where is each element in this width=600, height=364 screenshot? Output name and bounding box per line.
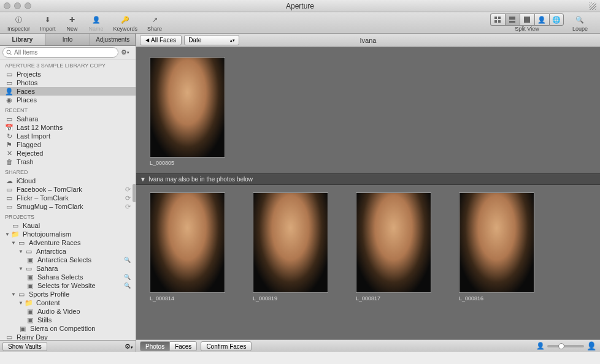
gear-icon: ⚙ [125,343,131,350]
item-label: Places [17,96,37,104]
keywords-icon: 🔑 [118,13,132,26]
name-icon: 👤 [90,13,103,26]
sidebar-item-flickr-tomclark[interactable]: ▭Flickr – TomClark⟳ [0,194,136,202]
sidebar-scrollbar[interactable] [133,184,136,202]
sidebar-item-kauai[interactable]: ▭Kauai [0,221,136,230]
sidebar-item-projects[interactable]: ▭Projects [0,70,136,78]
sidebar-item-sports-profile[interactable]: ▼▭Sports Profile [0,290,136,298]
photo-thumbnail[interactable]: L_000819 [253,192,328,301]
item-icon: ◉ [5,96,13,104]
photos-segment-button[interactable]: Photos [140,341,169,351]
sidebar-item-selects-for-website[interactable]: ▣Selects for Website🔍 [0,281,136,290]
sidebar-item-adventure-races[interactable]: ▼▭Adventure Races [0,238,136,247]
inspector-button[interactable]: ⓘInspector [5,13,33,32]
sidebar-item-smugmug-tomclark[interactable]: ▭SmugMug – TomClark⟳ [0,202,136,211]
sidebar-item-sahara-selects[interactable]: ▣Sahara Selects🔍 [0,273,136,281]
smart-album-icon: 🔍 [124,257,131,263]
keywords-button[interactable]: 🔑Keywords [111,13,140,32]
item-label: SmugMug – TomClark [17,203,83,210]
item-label: Audio & Video [37,308,80,315]
sidebar-item-last-import[interactable]: ↻Last Import [0,132,136,140]
sidebar-item-sahara[interactable]: ▭Sahara [0,115,136,123]
item-icon: ↻ [5,132,13,140]
share-label: Share [147,26,162,32]
svg-rect-1 [498,17,501,19]
viewer-button[interactable] [520,13,534,26]
sidebar-item-flagged[interactable]: ⚑Flagged [0,140,136,149]
split-view-button[interactable] [505,13,520,26]
new-button[interactable]: ✚New [63,13,82,32]
sidebar-item-icloud[interactable]: ☁iCloud [0,176,136,185]
sidebar-item-faces[interactable]: 👤Faces [0,87,136,96]
sidebar-item-sahara[interactable]: ▼▭Sahara [0,264,136,273]
thumbnail-image [150,192,225,293]
tab-adjustments[interactable]: Adjustments [90,34,136,45]
back-all-faces-button[interactable]: ◀ All Faces [140,35,182,45]
sidebar-item-audio-video[interactable]: ▣Audio & Video [0,307,136,316]
thumbnail-image [356,192,431,293]
sidebar-item-rainy-day[interactable]: ▭Rainy Day [0,333,136,340]
sidebar-item-content[interactable]: ▼📁Content [0,298,136,307]
photo-thumbnail[interactable]: L_000805 [150,57,225,166]
disclosure-triangle-icon[interactable]: ▼ [18,266,25,271]
item-label: Rainy Day [17,333,48,340]
sidebar-item-antarctica[interactable]: ▼▭Antarctica [0,247,136,256]
faces-segment-button[interactable]: Faces [169,341,197,351]
sidebar-item-antarctica-selects[interactable]: ▣Antarctica Selects🔍 [0,256,136,264]
show-vaults-button[interactable]: Show Vaults [2,342,47,351]
import-button[interactable]: ⬇Import [37,13,58,32]
sort-select[interactable]: Date ▴▾ [184,35,239,45]
sidebar-action-button[interactable]: ⚙▾ [125,343,133,351]
small-thumb-icon: 👤 [536,342,545,350]
item-icon: ▭ [25,248,33,255]
sidebar-item-rejected[interactable]: ✕Rejected [0,149,136,157]
tab-info[interactable]: Info [45,34,91,45]
thumbnail-grid: L_000805 ▼ Ivana may also be in the phot… [136,47,600,339]
search-input[interactable] [2,47,118,58]
sidebar-item-sierra-on-competition[interactable]: ▣Sierra on Competition [0,324,136,333]
sidebar-item-photojournalism[interactable]: ▼📁Photojournalism [0,230,136,238]
item-icon: ▭ [5,70,13,78]
keywords-label: Keywords [113,26,138,32]
sidebar-item-photos[interactable]: ▭Photos [0,78,136,87]
item-icon: ▭ [5,203,13,210]
svg-rect-5 [509,21,515,23]
photo-thumbnail[interactable]: L_000816 [459,192,534,301]
globe-view-button[interactable]: 🌐 [549,13,564,26]
photo-thumbnail[interactable]: L_000817 [356,192,431,301]
thumbnail-size-slider[interactable]: 👤 👤 [536,341,596,351]
disclosure-triangle-icon[interactable]: ▼ [18,249,25,254]
sidebar-item-stills[interactable]: ▣Stills [0,316,136,324]
grid-view-button[interactable] [490,13,505,26]
item-icon: 📅 [5,124,13,131]
loupe-label: Loupe [572,26,588,32]
sidebar-item-places[interactable]: ◉Places [0,96,136,104]
person-view-button[interactable]: 👤 [534,13,549,26]
loupe-button[interactable]: 🔍 Loupe [570,13,590,32]
thumbnail-label: L_000814 [150,295,225,301]
disclosure-triangle-icon[interactable]: ▼ [5,232,11,237]
confirm-faces-button[interactable]: Confirm Faces [201,341,252,351]
item-icon: ▭ [5,79,13,86]
sidebar-footer: Show Vaults ⚙▾ [0,340,136,352]
item-icon: ▭ [5,333,13,340]
import-icon: ⬇ [41,13,55,26]
disclosure-triangle-icon[interactable]: ▼ [11,240,17,246]
sidebar-item-facebook-tomclark[interactable]: ▭Facebook – TomClark⟳ [0,185,136,194]
share-button[interactable]: ↗Share [145,13,164,32]
thumbnail-image [459,192,534,293]
item-icon: ▣ [18,325,27,332]
search-options-button[interactable]: ⚙▾ [120,47,131,58]
photo-thumbnail[interactable]: L_000814 [150,192,225,301]
suggested-faces-header[interactable]: ▼ Ivana may also be in the photos below [136,173,600,185]
disclosure-triangle-icon[interactable]: ▼ [11,292,17,297]
tab-library[interactable]: Library [0,34,45,45]
item-icon: ▭ [17,239,26,246]
svg-rect-4 [509,17,515,20]
sidebar-item-trash[interactable]: 🗑Trash [0,157,136,166]
window-title: Aperture [0,2,600,10]
sidebar-item-last-12-months[interactable]: 📅Last 12 Months [0,123,136,132]
item-label: Photojournalism [23,230,71,238]
select-arrows-icon: ▴▾ [230,38,235,43]
disclosure-triangle-icon[interactable]: ▼ [18,300,25,306]
